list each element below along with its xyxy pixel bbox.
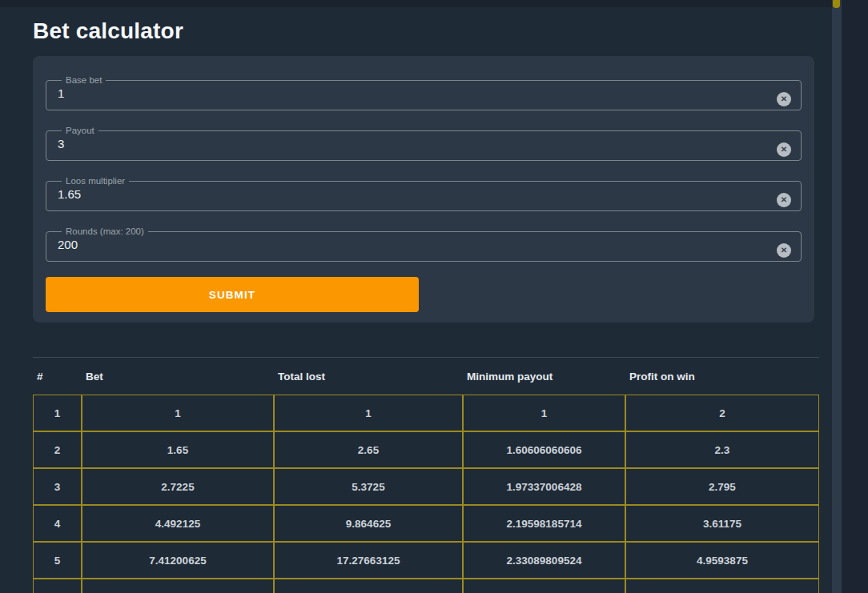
- table-row: 57.4120062517.276631252.330898095244.959…: [33, 542, 819, 579]
- table-cell: 1: [82, 395, 274, 431]
- clear-circle-icon[interactable]: ✕: [777, 142, 791, 157]
- base-bet-input[interactable]: 1: [56, 86, 769, 100]
- right-gutter: [842, 0, 868, 593]
- page-title: Bet calculator: [33, 19, 842, 43]
- results-table-section: #BetTotal lostMinimum payoutProfit on wi…: [33, 357, 819, 593]
- table-cell: 2: [625, 395, 819, 431]
- table-row: [33, 579, 819, 593]
- table-cell: [625, 579, 819, 593]
- table-cell: 1.97337006428: [463, 468, 625, 505]
- submit-button[interactable]: SUBMIT: [46, 277, 419, 312]
- clear-circle-icon[interactable]: ✕: [777, 243, 791, 258]
- rounds-field[interactable]: Rounds (max: 200) 200 ✕: [46, 226, 802, 262]
- table-cell: 2.795: [625, 468, 819, 505]
- calculator-form-card: Base bet 1 ✕ Payout 3 ✕ Loos multiplier …: [33, 56, 814, 323]
- table-cell: 5.3725: [274, 468, 463, 505]
- table-cell: 1: [463, 395, 625, 431]
- table-row: 44.4921259.8646252.195981857143.61175: [33, 505, 819, 542]
- results-table: #BetTotal lostMinimum payoutProfit on wi…: [33, 357, 819, 593]
- table-cell: 2.3: [625, 431, 819, 468]
- column-header: Minimum payout: [463, 358, 625, 395]
- table-cell: [463, 579, 625, 593]
- table-cell: 3.61175: [625, 505, 819, 542]
- table-cell: 2.19598185714: [463, 505, 625, 542]
- payout-label: Payout: [62, 126, 98, 136]
- table-cell: 7.41200625: [82, 542, 274, 579]
- table-cell: [82, 579, 274, 593]
- loss-multiplier-field[interactable]: Loos multiplier 1.65 ✕: [46, 176, 802, 211]
- table-cell: 1: [274, 395, 463, 431]
- payout-field[interactable]: Payout 3 ✕: [46, 126, 802, 161]
- payout-input[interactable]: 3: [56, 137, 769, 150]
- app-root: Bet calculator Base bet 1 ✕ Payout 3 ✕ L…: [0, 0, 842, 593]
- row-index-cell: 1: [33, 395, 82, 431]
- column-header: Bet: [82, 358, 274, 395]
- row-index-cell: 4: [33, 505, 82, 542]
- table-cell: 4.492125: [82, 505, 274, 542]
- table-cell: 17.27663125: [274, 542, 463, 579]
- base-bet-label: Base bet: [62, 75, 106, 86]
- base-bet-field[interactable]: Base bet 1 ✕: [46, 75, 802, 110]
- scrollbar-thumb[interactable]: [833, 0, 840, 8]
- clear-circle-icon[interactable]: ✕: [777, 193, 791, 207]
- table-cell: 4.9593875: [625, 542, 819, 579]
- table-cell: 2.7225: [82, 468, 274, 505]
- column-header: #: [33, 358, 82, 395]
- table-cell: [274, 579, 463, 593]
- column-header: Profit on win: [625, 358, 819, 395]
- loss-multiplier-input[interactable]: 1.65: [56, 187, 769, 201]
- row-index-cell: 5: [33, 542, 82, 579]
- column-header: Total lost: [274, 358, 463, 395]
- table-row: 32.72255.37251.973370064282.795: [33, 468, 819, 505]
- table-cell: 1.65: [82, 431, 274, 468]
- table-cell: 2.33089809524: [463, 542, 625, 579]
- row-index-cell: [33, 579, 82, 593]
- table-header-row: #BetTotal lostMinimum payoutProfit on wi…: [33, 358, 819, 395]
- rounds-label: Rounds (max: 200): [62, 226, 148, 237]
- table-cell: 9.864625: [274, 505, 463, 542]
- clear-circle-icon[interactable]: ✕: [777, 92, 791, 106]
- rounds-input[interactable]: 200: [56, 238, 769, 251]
- table-cell: 2.65: [274, 431, 463, 468]
- row-index-cell: 3: [33, 468, 82, 505]
- scrollbar-track[interactable]: [832, 0, 842, 593]
- row-index-cell: 2: [33, 431, 82, 468]
- table-row: 11112: [33, 395, 819, 431]
- top-edge-shade: [0, 0, 842, 7]
- table-cell: 1.60606060606: [463, 431, 625, 468]
- loss-multiplier-label: Loos multiplier: [62, 176, 129, 186]
- table-row: 21.652.651.606060606062.3: [33, 431, 819, 468]
